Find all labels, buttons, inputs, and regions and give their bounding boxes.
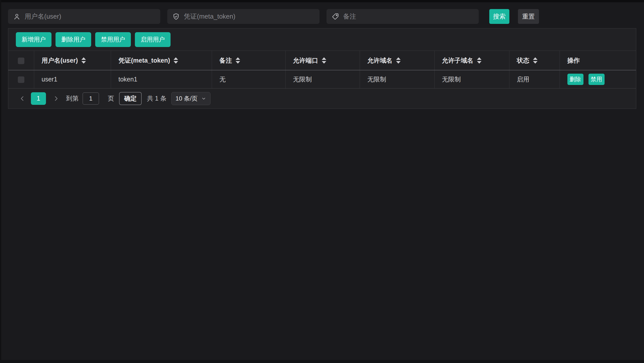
column-header-username[interactable]: 用户名(user) [34, 51, 111, 70]
column-header-actions: 操作 [560, 51, 636, 70]
sort-icon[interactable] [236, 57, 240, 64]
username-search-input[interactable] [25, 13, 155, 20]
cell-domains: 无限制 [360, 70, 434, 88]
select-all-checkbox[interactable] [18, 58, 24, 64]
row-check-cell [8, 70, 34, 88]
chevron-left-icon [19, 95, 26, 102]
column-label: 允许子域名 [442, 56, 473, 65]
column-label: 用户名(user) [42, 56, 78, 65]
table-header-row: 用户名(user) 凭证(meta_token) 备注 [8, 51, 636, 70]
cell-status: 启用 [509, 70, 560, 88]
column-label: 操作 [567, 56, 580, 65]
column-label: 允许域名 [367, 56, 393, 65]
toolbar: 新增用户 删除用户 禁用用户 启用用户 [8, 28, 636, 51]
sort-icon[interactable] [477, 57, 481, 64]
page-1-button[interactable]: 1 [31, 92, 46, 105]
user-icon [13, 13, 21, 20]
sort-icon[interactable] [81, 57, 86, 64]
reset-button[interactable]: 重置 [518, 9, 539, 24]
note-search-field[interactable] [327, 9, 479, 24]
add-user-button[interactable]: 新增用户 [16, 32, 51, 47]
tag-icon [332, 13, 339, 20]
shield-check-icon [172, 13, 180, 20]
column-header-status[interactable]: 状态 [509, 51, 560, 70]
sort-icon[interactable] [322, 57, 326, 64]
window-bottom-edge [0, 360, 644, 363]
column-label: 凭证(meta_token) [119, 56, 170, 65]
token-search-field[interactable] [167, 9, 319, 24]
users-table: 用户名(user) 凭证(meta_token) 备注 [8, 51, 636, 88]
cell-username: user1 [34, 70, 111, 88]
column-label: 状态 [517, 56, 529, 65]
select-all-header-cell [8, 51, 34, 70]
page-size-select[interactable]: 10 条/页 [171, 92, 210, 105]
row-disable-button[interactable]: 禁用 [588, 74, 605, 85]
disable-user-button[interactable]: 禁用用户 [95, 32, 131, 47]
enable-user-button[interactable]: 启用用户 [135, 32, 171, 47]
column-header-subdomains[interactable]: 允许子域名 [434, 51, 509, 70]
column-header-token[interactable]: 凭证(meta_token) [111, 51, 212, 70]
delete-user-button[interactable]: 删除用户 [56, 32, 91, 47]
column-header-note[interactable]: 备注 [212, 51, 285, 70]
cell-subdomains: 无限制 [434, 70, 509, 88]
sort-icon[interactable] [533, 57, 538, 64]
column-header-ports[interactable]: 允许端口 [285, 51, 360, 70]
window-top-edge [0, 0, 644, 2]
sort-icon[interactable] [396, 57, 401, 64]
jump-suffix-label: 页 [108, 94, 114, 103]
page-jump-input[interactable] [83, 93, 99, 105]
row-checkbox[interactable] [18, 76, 24, 83]
cell-actions: 删除 禁用 [560, 70, 636, 88]
note-search-input[interactable] [343, 13, 474, 20]
cell-note: 无 [212, 70, 285, 88]
table-row: user1 token1 无 无限制 无限制 无限制 启用 删除 禁用 [8, 70, 636, 88]
sort-icon[interactable] [174, 57, 178, 64]
jump-prefix-label: 到第 [66, 94, 79, 103]
window-left-edge [0, 0, 1, 363]
confirm-button[interactable]: 确定 [119, 92, 142, 105]
row-delete-button[interactable]: 删除 [567, 74, 583, 85]
column-label: 备注 [220, 56, 232, 65]
prev-page-button[interactable] [18, 94, 27, 103]
search-button[interactable]: 搜索 [489, 9, 509, 24]
search-bar: 搜索 重置 [8, 9, 636, 24]
chevron-down-icon [201, 96, 206, 101]
page-size-value: 10 条/页 [176, 95, 198, 103]
column-label: 允许端口 [293, 56, 318, 65]
username-search-field[interactable] [8, 9, 160, 24]
total-count-label: 共 1 条 [147, 94, 167, 103]
next-page-button[interactable] [51, 94, 61, 103]
pagination: 1 到第 页 确定 共 1 条 10 条/页 [8, 88, 636, 109]
users-panel: 新增用户 删除用户 禁用用户 启用用户 用户名(user) [8, 28, 636, 109]
cell-token: token1 [111, 70, 212, 88]
cell-ports: 无限制 [285, 70, 360, 88]
chevron-right-icon [52, 95, 60, 102]
column-header-domains[interactable]: 允许域名 [360, 51, 434, 70]
token-search-input[interactable] [184, 13, 314, 20]
